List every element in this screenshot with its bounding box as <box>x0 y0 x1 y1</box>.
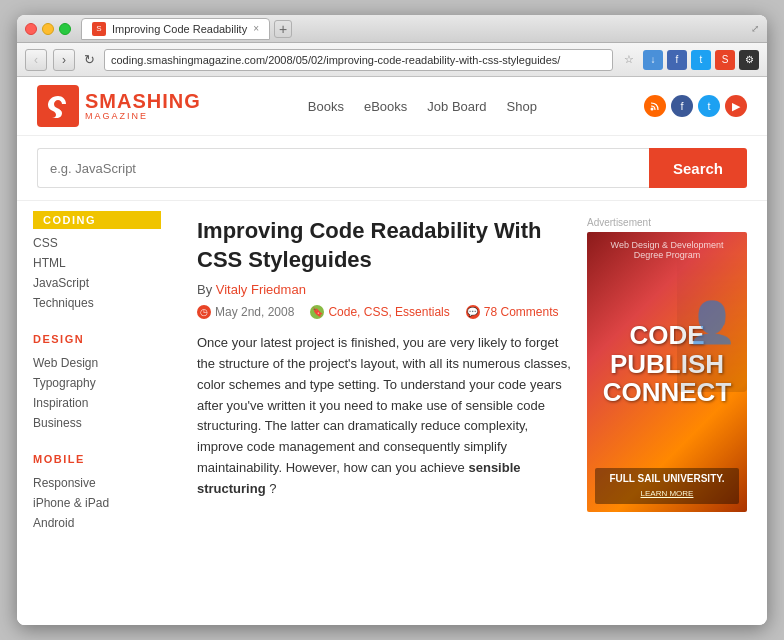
logo-icon <box>37 85 79 127</box>
sidebar-heading-mobile: MOBILE <box>17 449 177 469</box>
article-body: Once your latest project is finished, yo… <box>197 333 571 499</box>
nav-bar: ‹ › ↻ ☆ ↓ f t S ⚙ <box>17 43 767 77</box>
sidebar-heading-coding: CODING <box>33 211 161 229</box>
bookmark-tag-icon: 🔖 <box>310 305 324 319</box>
article-author: By Vitaly Friedman <box>197 282 571 297</box>
traffic-lights <box>25 23 71 35</box>
tab-bar: S Improving Code Readability × + <box>81 18 751 40</box>
sidebar-section-design: DESIGN Web Design Typography Inspiration… <box>17 329 177 433</box>
search-button[interactable]: Search <box>649 148 747 188</box>
tab-close-button[interactable]: × <box>253 23 259 34</box>
sidebar: CODING CSS HTML JavaScript Techniques DE… <box>17 201 177 625</box>
sidebar-section-coding: CODING CSS HTML JavaScript Techniques <box>17 211 177 313</box>
resize-button[interactable]: ⤢ <box>751 23 759 34</box>
search-input[interactable] <box>37 148 649 188</box>
nav-job-board[interactable]: Job Board <box>427 99 486 114</box>
article-comments[interactable]: 78 Comments <box>484 305 559 319</box>
by-label: By <box>197 282 212 297</box>
sidebar-item-inspiration[interactable]: Inspiration <box>17 393 177 413</box>
minimize-window-button[interactable] <box>42 23 54 35</box>
maximize-window-button[interactable] <box>59 23 71 35</box>
logo-subtext: MAGAZINE <box>85 111 201 121</box>
back-button[interactable]: ‹ <box>25 49 47 71</box>
sidebar-item-javascript[interactable]: JavaScript <box>17 273 177 293</box>
sidebar-item-css[interactable]: CSS <box>17 233 177 253</box>
meta-tags: 🔖 Code, CSS, Essentials <box>310 305 449 319</box>
extension-icon-5[interactable]: ⚙ <box>739 50 759 70</box>
ad-brand-name: FULL SAIL UNIVERSITY. <box>600 473 734 484</box>
search-section: Search <box>17 136 767 201</box>
article-text-1: Once your latest project is finished, yo… <box>197 335 571 475</box>
nav-shop[interactable]: Shop <box>507 99 537 114</box>
ad-figure: 👤 <box>677 252 747 392</box>
logo-text-area: SMASHING MAGAZINE <box>85 91 201 121</box>
svg-point-0 <box>650 108 653 111</box>
title-bar: S Improving Code Readability × + ⤢ <box>17 15 767 43</box>
ad-cta-button[interactable]: LEARN MORE <box>641 489 694 498</box>
rss-svg <box>650 101 660 111</box>
article-tags[interactable]: Code, CSS, Essentials <box>328 305 449 319</box>
sidebar-item-html[interactable]: HTML <box>17 253 177 273</box>
author-link[interactable]: Vitaly Friedman <box>216 282 306 297</box>
tab-title: Improving Code Readability <box>112 23 247 35</box>
site-nav: Books eBooks Job Board Shop <box>308 99 537 114</box>
sidebar-item-android[interactable]: Android <box>17 513 177 533</box>
close-window-button[interactable] <box>25 23 37 35</box>
facebook-icon[interactable]: f <box>671 95 693 117</box>
logo-text: SMASHING <box>85 91 201 111</box>
clock-icon: ◷ <box>197 305 211 319</box>
article-meta: ◷ May 2nd, 2008 🔖 Code, CSS, Essentials … <box>197 305 571 319</box>
meta-comments: 💬 78 Comments <box>466 305 559 319</box>
sidebar-section-mobile: MOBILE Responsive iPhone & iPad Android <box>17 449 177 533</box>
article-main: Improving Code Readability With CSS Styl… <box>197 217 571 609</box>
ad-bottom: FULL SAIL UNIVERSITY. LEARN MORE <box>595 468 739 504</box>
comments-icon: 💬 <box>466 305 480 319</box>
page-content: SMASHING MAGAZINE Books eBooks Job Board… <box>17 77 767 625</box>
main-layout: CODING CSS HTML JavaScript Techniques DE… <box>17 201 767 625</box>
rss-icon[interactable] <box>644 95 666 117</box>
url-bar[interactable] <box>104 49 613 71</box>
article-text-end: ? <box>269 481 276 496</box>
ad-banner[interactable]: Web Design & Development Degree Program … <box>587 232 747 512</box>
nav-ebooks[interactable]: eBooks <box>364 99 407 114</box>
article-title: Improving Code Readability With CSS Styl… <box>197 217 571 274</box>
bookmark-icon[interactable]: ☆ <box>619 50 639 70</box>
meta-date: ◷ May 2nd, 2008 <box>197 305 294 319</box>
sidebar-item-business[interactable]: Business <box>17 413 177 433</box>
tab-favicon: S <box>92 22 106 36</box>
nav-books[interactable]: Books <box>308 99 344 114</box>
ad-area: Advertisement Web Design & Development D… <box>587 217 747 609</box>
nav-icons: ☆ ↓ f t S ⚙ <box>619 50 759 70</box>
sidebar-item-techniques[interactable]: Techniques <box>17 293 177 313</box>
new-tab-button[interactable]: + <box>274 20 292 38</box>
refresh-button[interactable]: ↻ <box>81 52 98 67</box>
browser-tab[interactable]: S Improving Code Readability × <box>81 18 270 40</box>
sidebar-item-responsive[interactable]: Responsive <box>17 473 177 493</box>
extension-icon-1[interactable]: ↓ <box>643 50 663 70</box>
article-paragraph-1: Once your latest project is finished, yo… <box>197 333 571 499</box>
extension-icon-4[interactable]: S <box>715 50 735 70</box>
social-icons: f t ▶ <box>644 95 747 117</box>
article-date: May 2nd, 2008 <box>215 305 294 319</box>
browser-window: S Improving Code Readability × + ⤢ ‹ › ↻… <box>17 15 767 625</box>
extension-icon-2[interactable]: f <box>667 50 687 70</box>
sidebar-item-typography[interactable]: Typography <box>17 373 177 393</box>
logo-svg <box>44 92 72 120</box>
sidebar-item-iphone-ipad[interactable]: iPhone & iPad <box>17 493 177 513</box>
article-area: Improving Code Readability With CSS Styl… <box>177 201 767 625</box>
ad-label: Advertisement <box>587 217 747 228</box>
logo-area: SMASHING MAGAZINE <box>37 85 201 127</box>
site-header: SMASHING MAGAZINE Books eBooks Job Board… <box>17 77 767 136</box>
sidebar-item-web-design[interactable]: Web Design <box>17 353 177 373</box>
twitter-icon[interactable]: t <box>698 95 720 117</box>
sidebar-heading-design: DESIGN <box>17 329 177 349</box>
forward-button[interactable]: › <box>53 49 75 71</box>
youtube-icon[interactable]: ▶ <box>725 95 747 117</box>
extension-icon-3[interactable]: t <box>691 50 711 70</box>
